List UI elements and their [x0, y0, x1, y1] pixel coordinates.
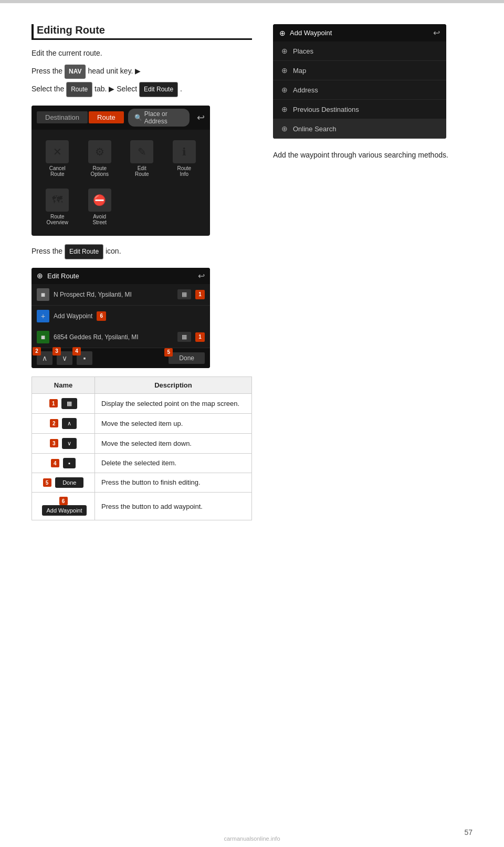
nav-icon-edit-route[interactable]: ✎ EditRoute: [121, 135, 163, 182]
section-title: Editing Route: [32, 24, 252, 40]
tab-route[interactable]: Route: [89, 111, 124, 123]
table-row-4-icon: 4 ▪: [32, 453, 95, 473]
table-row-5-desc: Press the button to finish editing.: [95, 473, 252, 492]
table-row-1-desc: Display the selected point on the map sc…: [95, 393, 252, 413]
er-footer: ∧ 2 ∨ 3 ▪ 4 Done 5: [32, 348, 210, 368]
table-row-6-icon: 6 Add Waypoint: [32, 492, 95, 520]
map-icon-3: ⊕: [281, 66, 288, 75]
address-label: Address: [293, 86, 318, 94]
er-row-2: ■ 6854 Geddes Rd, Ypsilanti, MI ▦ 1: [32, 327, 210, 348]
table-row-6: 6 Add Waypoint Press the button to add w…: [32, 492, 252, 520]
nav-key: NAV: [65, 65, 86, 79]
awp-header-text: Add Waypoint: [290, 29, 332, 37]
edit-route-label: EditRoute: [135, 165, 149, 177]
map-icon: ▦: [182, 291, 187, 298]
press-line1-pre: Press the: [32, 67, 62, 75]
online-search-icon: ⊕: [281, 124, 288, 133]
er-header: ⊕ Edit Route ↩: [32, 268, 210, 284]
awp-item-address[interactable]: ⊕ Address: [273, 80, 446, 100]
table-row-5-icon: 5 Done: [32, 473, 95, 492]
select-route-text: Select the Route tab. ▶ Select Edit Rout…: [32, 82, 252, 97]
er-row2-badge: 1: [195, 332, 205, 342]
edit-route-screen: ⊕ Edit Route ↩ ■ N Prospect Rd, Ypsilant…: [32, 268, 210, 368]
badge-5: 5: [164, 348, 173, 357]
nav-back-icon[interactable]: ↩: [197, 112, 205, 123]
add-waypoint-screen: ⊕ Add Waypoint ↩ ⊕ Places ⊕ Map ⊕ Addres…: [273, 24, 446, 139]
nav-icon-cancel-route[interactable]: ✕ CancelRoute: [37, 135, 78, 182]
prev-dest-icon: ⊕: [281, 105, 288, 113]
col-desc: Description: [95, 377, 252, 393]
map-icon-2: ▦: [182, 333, 187, 340]
edit-route-icon: ✎: [130, 140, 153, 163]
nav-screen-1: Destination Route 🔍 Place or Address ↩ ✕…: [32, 106, 210, 236]
table-row-6-desc: Press the button to add waypoint.: [95, 492, 252, 520]
er-row2-map-btn[interactable]: ▦: [177, 332, 191, 342]
table-row-3-icon: 3 ∨: [32, 433, 95, 453]
route-options-icon: ⚙: [88, 140, 111, 163]
intro-text: Edit the current route.: [32, 47, 252, 59]
table-row-3: 3 ∨ Move the selected item down.: [32, 433, 252, 453]
er-row-1: ■ N Prospect Rd, Ypsilanti, MI ▦ 1: [32, 284, 210, 306]
awp-header: ⊕ Add Waypoint ↩: [273, 24, 446, 41]
tab-destination[interactable]: Destination: [37, 111, 88, 123]
table-row-4-desc: Delete the selected item.: [95, 453, 252, 473]
nav-icons-grid: ✕ CancelRoute ⚙ RouteOptions ✎ EditRoute…: [32, 130, 210, 236]
er-header-text: Edit Route: [47, 272, 79, 280]
awp-item-map[interactable]: ⊕ Map: [273, 61, 446, 80]
er-row2-icon: ■: [37, 331, 49, 343]
right-column: ⊕ Add Waypoint ↩ ⊕ Places ⊕ Map ⊕ Addres…: [273, 24, 452, 520]
awp-item-online-search[interactable]: ⊕ Online Search: [273, 119, 446, 139]
places-label: Places: [293, 47, 313, 55]
online-search-label: Online Search: [293, 125, 336, 133]
route-overview-label: RouteOverview: [46, 214, 68, 225]
edit-route-header-icon: ⊕: [37, 271, 43, 280]
add-waypoint-label: Add Waypoint: [54, 312, 92, 320]
nav-icon-route-info[interactable]: ℹ RouteInfo: [164, 135, 205, 182]
search-btn[interactable]: 🔍 Place or Address: [128, 109, 190, 127]
awp-header-icon: ⊕: [279, 29, 286, 37]
press-nav-text: Press the NAV head unit key. ▶: [32, 64, 252, 79]
right-body-text: Add the waypoint through various searchi…: [273, 149, 452, 161]
badge-3: 3: [52, 347, 61, 355]
awp-item-prev-dest[interactable]: ⊕ Previous Destinations: [273, 100, 446, 119]
er-back-icon[interactable]: ↩: [198, 271, 205, 281]
press-line2-pre: Select the: [32, 85, 64, 93]
table-row-1: 1 ▦ Display the selected point on the ma…: [32, 393, 252, 413]
er-footer-del-wrap: ▪ 4: [77, 351, 92, 365]
badge-4: 4: [72, 347, 81, 355]
awp-item-places[interactable]: ⊕ Places: [273, 41, 446, 61]
route-overview-icon: 🗺: [46, 189, 69, 212]
desc-table: Name Description 1 ▦ Display the selecte…: [32, 377, 252, 521]
press-line2-mid: tab. ▶ Select: [94, 85, 137, 93]
table-row-3-desc: Move the selected item down.: [95, 433, 252, 453]
er-row1-text: N Prospect Rd, Ypsilanti, MI: [54, 291, 132, 298]
er-waypoint-icon: +: [37, 310, 49, 322]
awp-back-icon[interactable]: ↩: [433, 28, 440, 38]
nav-icon-route-overview[interactable]: 🗺 RouteOverview: [37, 183, 78, 231]
route-tab-btn: Route: [66, 82, 92, 97]
edit-route-icon-btn: Edit Route: [65, 244, 103, 259]
table-row-4: 4 ▪ Delete the selected item.: [32, 453, 252, 473]
er-waypoint-num: 6: [97, 311, 106, 321]
press-line1-post: head unit key. ▶: [88, 67, 141, 75]
cancel-route-label: CancelRoute: [49, 165, 66, 177]
nav-icon-avoid-street[interactable]: ⛔ AvoidStreet: [79, 183, 121, 231]
er-done-btn[interactable]: Done: [169, 352, 205, 364]
avoid-street-icon: ⛔: [88, 189, 111, 212]
route-info-label: RouteInfo: [177, 165, 191, 177]
er-footer-down-wrap: ∨ 3: [57, 351, 72, 365]
map-label: Map: [293, 67, 306, 75]
nav-screen-header: Destination Route 🔍 Place or Address ↩: [32, 106, 210, 130]
cancel-route-icon: ✕: [46, 140, 69, 163]
route-info-icon: ℹ: [173, 140, 196, 163]
er-add-waypoint[interactable]: Add Waypoint: [54, 312, 92, 320]
table-row-2: 2 ∧ Move the selected item up.: [32, 413, 252, 433]
search-placeholder: Place or Address: [144, 110, 183, 125]
nav-icon-route-options[interactable]: ⚙ RouteOptions: [79, 135, 121, 182]
left-column: Editing Route Edit the current route. Pr…: [32, 24, 252, 520]
press-icon-post: icon.: [106, 247, 121, 255]
er-row1-map-btn[interactable]: ▦: [177, 289, 191, 299]
edit-route-btn-inline: Edit Route: [139, 82, 178, 97]
er-row1-icon: ■: [37, 288, 49, 301]
press-icon-pre: Press the: [32, 247, 62, 255]
